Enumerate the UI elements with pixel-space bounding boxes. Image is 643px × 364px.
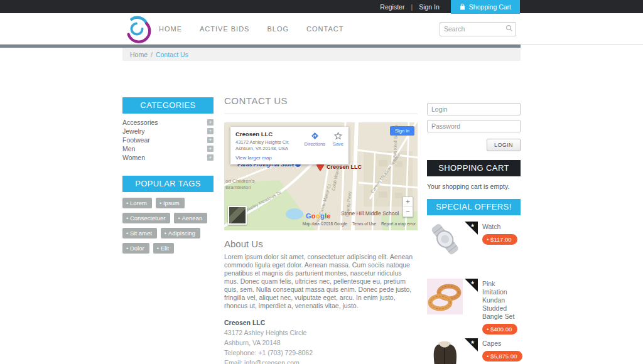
right-sidebar: LOGIN SHOPPING CART Your shopping cart i… xyxy=(427,61,521,364)
cart-empty-message: Your shopping cart is empty. xyxy=(427,183,521,190)
zoom-in-button[interactable]: + xyxy=(403,197,413,207)
nav-item-home[interactable]: HOME xyxy=(159,25,182,33)
category-item-women[interactable]: Women+ xyxy=(122,153,213,162)
directions-button[interactable]: Directions xyxy=(305,132,325,161)
contact-company-name: Creosen LLC xyxy=(224,318,418,328)
product-name[interactable]: Watch xyxy=(482,223,521,231)
tag-consectetuer[interactable]: Consectetuer xyxy=(122,213,170,223)
left-sidebar: CATEGORIES Accessories+ Jewelry+ Footwea… xyxy=(122,61,213,254)
map-area-line1: od Children's xyxy=(225,178,254,184)
tag-lorem[interactable]: Lorem xyxy=(122,198,152,208)
page-title: CONTACT US xyxy=(224,95,418,114)
product-bangle-set: Pink Imitation Kundan Studded Bangle Set… xyxy=(427,279,521,335)
save-star-icon xyxy=(334,132,342,140)
product-watch: Watch $117.00 xyxy=(427,222,521,268)
expand-plus-icon[interactable]: + xyxy=(207,154,213,161)
top-bar-links: Register | Sign In Shopping Cart xyxy=(380,0,520,14)
tag-adipiscing[interactable]: Adipiscing xyxy=(161,228,200,238)
tag-cloud: Lorem Ipsum Consectetuer Aenean Sit amet… xyxy=(122,198,213,254)
contact-email: Email: info@creosen.com xyxy=(224,358,418,364)
search-box xyxy=(440,22,516,36)
product-image-bangles[interactable] xyxy=(427,279,463,314)
google-letter: o xyxy=(316,212,320,220)
report-map-error-link[interactable]: Report a map error xyxy=(381,222,416,226)
expand-plus-icon[interactable]: + xyxy=(207,119,213,126)
category-label: Accessories xyxy=(122,119,158,126)
search-input[interactable] xyxy=(440,23,509,35)
tag-dolor[interactable]: Dolor xyxy=(122,243,149,254)
product-image-watch[interactable] xyxy=(427,222,463,257)
expand-plus-icon[interactable]: + xyxy=(207,128,213,134)
shopping-cart-button[interactable]: Shopping Cart xyxy=(451,0,520,14)
category-label: Men xyxy=(122,145,135,153)
featured-ribbon-icon xyxy=(465,338,478,351)
breadcrumb-home-link[interactable]: Home xyxy=(130,51,148,58)
google-letter: e xyxy=(327,212,330,220)
login-button[interactable]: LOGIN xyxy=(487,139,521,151)
directions-label: Directions xyxy=(305,141,325,147)
nav-item-contact[interactable]: CONTACT xyxy=(306,25,343,33)
popular-tags-header: POPULAR TAGS xyxy=(122,176,213,192)
contact-address-line1: 43172 Ashley Heights Circle xyxy=(224,328,418,338)
tag-sit-amet[interactable]: Sit amet xyxy=(122,228,157,238)
map-card-address: 43172 Ashley Heights Cir, Ashburn, VA 20… xyxy=(235,139,298,152)
main-nav: HOME ACTIVE BIDS BLOG CONTACT xyxy=(159,13,343,44)
content-area: CATEGORIES Accessories+ Jewelry+ Footwea… xyxy=(122,61,521,364)
nav-item-blog[interactable]: BLOG xyxy=(267,25,289,33)
expand-plus-icon[interactable]: + xyxy=(207,137,213,143)
category-item-accessories[interactable]: Accessories+ xyxy=(122,118,213,127)
product-name[interactable]: Capes xyxy=(482,340,521,348)
category-item-jewelry[interactable]: Jewelry+ xyxy=(122,127,213,136)
sign-in-link[interactable]: Sign In xyxy=(419,3,440,11)
category-label: Women xyxy=(122,154,145,161)
google-logo: Google xyxy=(306,212,331,220)
map-sign-in-button[interactable]: Sign in xyxy=(390,126,414,136)
contact-info-block: Creosen LLC 43172 Ashley Heights Circle … xyxy=(224,318,418,364)
categories-list: Accessories+ Jewelry+ Footwear+ Men+ Wom… xyxy=(122,118,213,162)
shopping-bag-icon xyxy=(460,4,465,10)
zoom-out-button[interactable]: − xyxy=(403,207,413,217)
site-header: HOME ACTIVE BIDS BLOG CONTACT xyxy=(0,13,643,45)
breadcrumb-separator: / xyxy=(151,51,153,58)
category-label: Footwear xyxy=(122,136,150,144)
product-price-badge: $5,875.00 xyxy=(482,351,522,361)
categories-header: CATEGORIES xyxy=(122,97,213,114)
login-input[interactable] xyxy=(427,103,521,115)
map-satellite-thumbnail[interactable] xyxy=(228,206,247,225)
about-us-heading: About Us xyxy=(224,238,418,249)
shopping-cart-header: SHOPPING CART xyxy=(427,160,521,176)
terms-of-use-link[interactable]: Terms of Use xyxy=(352,222,376,226)
top-bar-separator: | xyxy=(411,3,413,11)
map-area-label: od Children's Brambleton xyxy=(225,178,254,190)
google-letter: o xyxy=(311,212,316,220)
tag-ipsum[interactable]: Ipsum xyxy=(156,198,185,208)
google-map[interactable]: Paras Proviginal Store Creosen LLC od Ch… xyxy=(224,122,418,230)
contact-address-line2: Ashburn, VA 20148 xyxy=(224,338,418,348)
contact-telephone: Telephone: +1 (703) 729-8062 xyxy=(224,348,418,358)
map-info-card: Creosen LLC 43172 Ashley Heights Cir, As… xyxy=(230,127,349,164)
product-price-badge: $117.00 xyxy=(482,234,517,245)
featured-ribbon-icon xyxy=(465,222,478,235)
tag-elit[interactable]: Elit xyxy=(153,243,174,254)
register-link[interactable]: Register xyxy=(380,3,404,11)
tag-aenean[interactable]: Aenean xyxy=(174,213,207,223)
category-item-footwear[interactable]: Footwear+ xyxy=(122,136,213,144)
nav-item-active-bids[interactable]: ACTIVE BIDS xyxy=(200,25,249,33)
map-zoom-control: + − xyxy=(403,196,413,217)
expand-plus-icon[interactable]: + xyxy=(207,146,213,152)
save-label: Save xyxy=(333,141,343,147)
search-icon[interactable] xyxy=(505,24,513,32)
shopping-cart-label: Shopping Cart xyxy=(469,3,511,11)
site-logo-icon[interactable] xyxy=(123,14,152,43)
map-card-business-name: Creosen LLC xyxy=(235,131,298,137)
featured-ribbon-icon xyxy=(465,279,478,292)
view-larger-map-link[interactable]: View larger map xyxy=(235,155,298,161)
password-input[interactable] xyxy=(427,120,521,132)
main-column: CONTACT US xyxy=(224,61,418,364)
category-item-men[interactable]: Men+ xyxy=(122,144,213,153)
special-offers-header: SPECIAL OFFERS! xyxy=(427,199,521,215)
contact-page: Register | Sign In Shopping Cart HOME AC… xyxy=(0,0,643,364)
save-button[interactable]: Save xyxy=(333,132,343,161)
product-image-cape[interactable] xyxy=(427,338,463,364)
product-name[interactable]: Pink Imitation Kundan Studded Bangle Set xyxy=(482,280,521,321)
